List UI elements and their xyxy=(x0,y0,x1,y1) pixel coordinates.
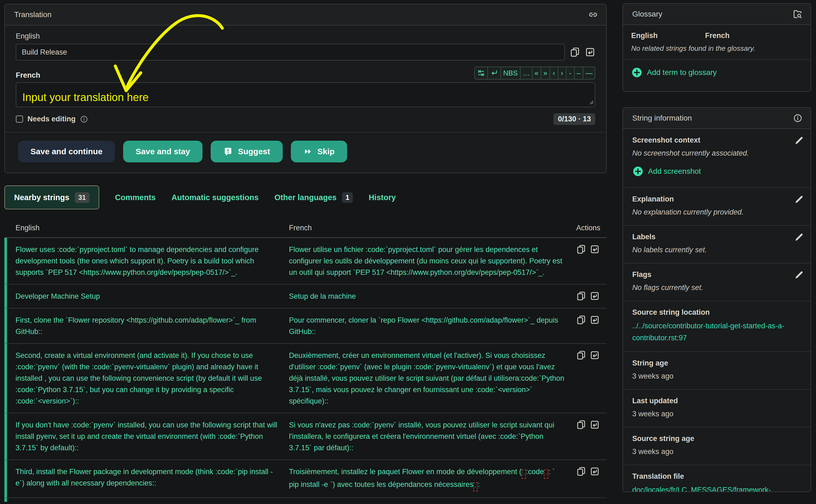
tab-label: Other languages xyxy=(274,193,337,202)
special-char-button[interactable]: … xyxy=(520,67,532,80)
copy-string-icon[interactable] xyxy=(576,244,586,254)
permalink-icon[interactable] xyxy=(588,10,598,20)
row-actions xyxy=(576,466,607,492)
target-language-row: French NBS…«»‹›-–— xyxy=(16,67,595,80)
string-info-header: String information xyxy=(623,108,811,129)
source-string-box[interactable]: Build Release xyxy=(16,44,565,61)
clone-to-translation-icon[interactable] xyxy=(585,47,595,57)
new-line-icon[interactable] xyxy=(487,67,501,80)
save-and-continue-button[interactable]: Save and continue xyxy=(18,141,115,162)
special-chars-toolbar: NBS…«»‹›-–— xyxy=(474,67,595,80)
info-icon[interactable] xyxy=(793,114,802,123)
translation-panel-body: English Build Release French NBS…«» xyxy=(5,26,606,162)
nearby-strings-table: English French Actions Flower uses :code… xyxy=(4,218,607,502)
english-cell[interactable]: Flower uses :code:`pyproject.toml` to ma… xyxy=(7,244,289,278)
french-cell[interactable]: Deuxièmement, créer un environnement vir… xyxy=(289,350,576,407)
save-and-stay-button[interactable]: Save and stay xyxy=(123,141,202,162)
add-screenshot-link[interactable]: Add screenshot xyxy=(632,159,786,180)
edit-flags-pencil-icon[interactable] xyxy=(794,270,804,281)
clone-to-translation-icon[interactable] xyxy=(590,244,599,254)
special-char-button[interactable]: — xyxy=(583,67,595,80)
whitespace-issue-highlight: · xyxy=(522,470,526,479)
english-cell[interactable]: Second, create a virtual environment (an… xyxy=(7,350,289,407)
tab-other-languages[interactable]: Other languages1 xyxy=(274,192,353,203)
special-char-button[interactable]: « xyxy=(532,67,541,80)
french-cell[interactable]: Flower utilise un fichier :code:`pyproje… xyxy=(289,244,576,278)
special-char-button[interactable]: – xyxy=(574,67,583,80)
needs-editing-row: Needs editing 0/130 · 13 xyxy=(16,113,595,125)
character-counter: 0/130 · 13 xyxy=(553,113,595,125)
tab-label: Nearby strings xyxy=(14,193,69,202)
translation-textarea[interactable] xyxy=(16,82,595,107)
detail-tabs: Nearby strings31CommentsAutomatic sugges… xyxy=(4,185,396,209)
translation-panel: Translation English Build Release xyxy=(4,4,607,173)
fast-forward-icon xyxy=(303,147,313,156)
row-actions xyxy=(576,291,607,302)
special-char-button[interactable]: ‹ xyxy=(550,67,558,80)
section-translation-file: Translation file doc/locales/fr/LC_MESSA… xyxy=(623,465,811,492)
column-header-english: English xyxy=(15,224,289,232)
translation-file-link[interactable]: doc/locales/fr/LC_MESSAGES/framework-doc… xyxy=(632,486,771,492)
clone-to-translation-icon[interactable] xyxy=(590,315,599,325)
weblate-translate-page: Translation English Build Release xyxy=(0,0,816,504)
tab-characters-icon[interactable] xyxy=(474,67,488,80)
needs-editing-info-icon[interactable] xyxy=(80,115,88,123)
string-info-title: String information xyxy=(632,114,692,122)
english-cell[interactable]: Developer Machine Setup xyxy=(7,291,289,302)
french-cell[interactable]: Pour commencer, cloner la `repo Flower <… xyxy=(289,314,576,337)
special-char-button[interactable]: › xyxy=(558,67,566,80)
section-string-age: String age 3 weeks ago xyxy=(623,352,811,390)
tab-nearby-strings[interactable]: Nearby strings31 xyxy=(4,185,99,209)
string-information-panel: String information Screenshot context No… xyxy=(623,107,811,492)
tab-comments[interactable]: Comments xyxy=(115,193,156,202)
textarea-resize-handle[interactable] xyxy=(588,99,594,106)
glossary-header: Glossary xyxy=(623,4,811,25)
tab-history[interactable]: History xyxy=(369,193,396,202)
suggest-button[interactable]: Suggest xyxy=(211,141,283,162)
section-screenshot-context: Screenshot context No screenshot current… xyxy=(623,129,811,188)
special-char-button[interactable]: » xyxy=(541,67,550,80)
row-actions xyxy=(576,350,607,407)
glossary-title: Glossary xyxy=(632,10,662,18)
browse-glossary-icon[interactable] xyxy=(793,9,802,19)
english-cell[interactable]: Third, install the Flower package in dev… xyxy=(7,466,289,492)
table-row: If you don't have :code:`pyenv` installe… xyxy=(4,413,607,460)
section-labels: Labels No labels currently set. xyxy=(623,226,811,263)
glossary-col-english: English xyxy=(631,31,705,40)
edit-screenshot-pencil-icon[interactable] xyxy=(794,136,804,146)
tab-label: Comments xyxy=(115,193,156,202)
edit-explanation-pencil-icon[interactable] xyxy=(794,194,804,205)
french-cell[interactable]: Setup de la machine xyxy=(289,291,576,302)
needs-editing-checkbox[interactable] xyxy=(16,115,23,123)
skip-button[interactable]: Skip xyxy=(291,141,347,162)
special-char-button[interactable]: NBS xyxy=(500,67,520,80)
source-string-row: Build Release xyxy=(16,44,595,61)
english-cell[interactable]: First, clone the `Flower repository <htt… xyxy=(7,314,289,337)
translation-panel-header: Translation xyxy=(5,4,606,26)
copy-string-icon[interactable] xyxy=(576,350,586,360)
suggestion-bubble-icon xyxy=(223,147,233,156)
clone-to-translation-icon[interactable] xyxy=(590,291,599,301)
clone-to-translation-icon[interactable] xyxy=(590,420,599,430)
tab-automatic-suggestions[interactable]: Automatic suggestions xyxy=(171,193,259,202)
glossary-columns: English French xyxy=(623,25,811,42)
copy-string-icon[interactable] xyxy=(576,420,586,430)
edit-labels-pencil-icon[interactable] xyxy=(794,232,804,243)
table-row: Flower uses :code:`pyproject.toml` to ma… xyxy=(4,238,607,285)
source-location-link[interactable]: ../../source/contributor-tutorial-get-st… xyxy=(632,322,784,342)
tab-count-badge: 31 xyxy=(75,192,89,203)
copy-string-icon[interactable] xyxy=(576,315,586,325)
copy-source-icon[interactable] xyxy=(570,47,580,57)
clone-to-translation-icon[interactable] xyxy=(590,467,599,476)
french-cell[interactable]: Si vous n'avez pas :code:`pyenv` install… xyxy=(289,419,576,453)
english-cell[interactable]: If you don't have :code:`pyenv` installe… xyxy=(7,419,289,453)
source-language-label: English xyxy=(16,32,595,40)
add-term-to-glossary-link[interactable]: Add term to glossary xyxy=(623,60,811,85)
copy-string-icon[interactable] xyxy=(576,291,586,301)
special-char-button[interactable]: - xyxy=(566,67,574,80)
french-cell[interactable]: Troisièmement, installez le paquet Flowe… xyxy=(289,466,576,492)
copy-string-icon[interactable] xyxy=(576,467,586,476)
clone-to-translation-icon[interactable] xyxy=(590,350,599,360)
column-header-french: French xyxy=(289,224,576,232)
table-row xyxy=(4,498,607,502)
